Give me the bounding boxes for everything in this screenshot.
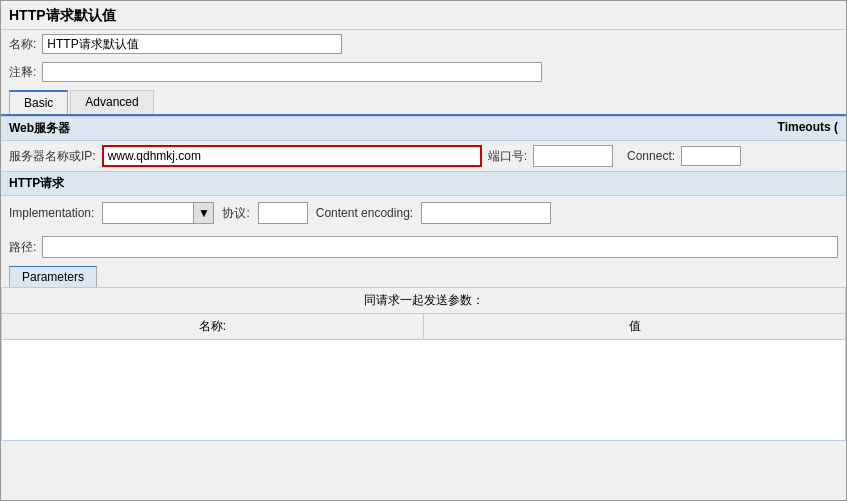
implementation-dropdown-button[interactable]: ▼: [193, 203, 213, 223]
implementation-label: Implementation:: [9, 206, 94, 220]
comment-row: 注释:: [1, 58, 846, 86]
http-request-section: Implementation: ▼ 协议: Content encoding:: [1, 196, 846, 236]
port-label: 端口号:: [488, 148, 527, 165]
comment-label: 注释:: [9, 64, 36, 81]
dropdown-arrow-icon: ▼: [198, 206, 210, 220]
encoding-label: Content encoding:: [316, 206, 413, 220]
params-columns: 名称: 值: [2, 314, 845, 340]
name-input[interactable]: [42, 34, 342, 54]
tab-parameters[interactable]: Parameters: [9, 266, 97, 287]
tab-basic[interactable]: Basic: [9, 90, 68, 114]
window-title: HTTP请求默认值: [9, 7, 838, 25]
protocol-input[interactable]: [258, 202, 308, 224]
params-body: [2, 340, 845, 440]
web-server-header: Web服务器 Timeouts (: [1, 116, 846, 141]
tabs-bar: Basic Advanced: [1, 90, 846, 116]
path-input[interactable]: [42, 236, 838, 258]
tab-advanced[interactable]: Advanced: [70, 90, 153, 114]
send-together-label: 同请求一起发送参数：: [364, 293, 484, 307]
col-value-header: 值: [424, 314, 845, 339]
server-name-input[interactable]: [102, 145, 482, 167]
server-name-label: 服务器名称或IP:: [9, 148, 96, 165]
web-server-title: Web服务器: [9, 120, 70, 137]
encoding-input[interactable]: [421, 202, 551, 224]
implementation-select-container: ▼: [102, 202, 214, 224]
title-bar: HTTP请求默认值: [1, 1, 846, 30]
main-window: HTTP请求默认值 名称: 注释: Basic Advanced Web服务器 …: [0, 0, 847, 501]
http-main-row: Implementation: ▼ 协议: Content encoding:: [9, 202, 838, 224]
path-row: 路径:: [1, 236, 846, 264]
implementation-input[interactable]: [103, 203, 193, 223]
send-together-header: 同请求一起发送参数：: [2, 288, 845, 314]
parameters-area: 同请求一起发送参数： 名称: 值: [1, 287, 846, 441]
http-request-title: HTTP请求: [9, 175, 64, 192]
http-request-header: HTTP请求: [1, 171, 846, 196]
comment-input[interactable]: [42, 62, 542, 82]
path-label: 路径:: [9, 239, 36, 256]
protocol-label: 协议:: [222, 205, 249, 222]
port-input[interactable]: [533, 145, 613, 167]
server-row: 服务器名称或IP: 端口号: Connect:: [1, 141, 846, 171]
connect-timeout-input[interactable]: [681, 146, 741, 166]
params-tabs-bar: Parameters: [1, 266, 846, 287]
col-name-header: 名称:: [2, 314, 424, 339]
name-label: 名称:: [9, 36, 36, 53]
connect-label: Connect:: [627, 149, 675, 163]
name-row: 名称:: [1, 30, 846, 58]
timeouts-title: Timeouts (: [778, 120, 838, 137]
